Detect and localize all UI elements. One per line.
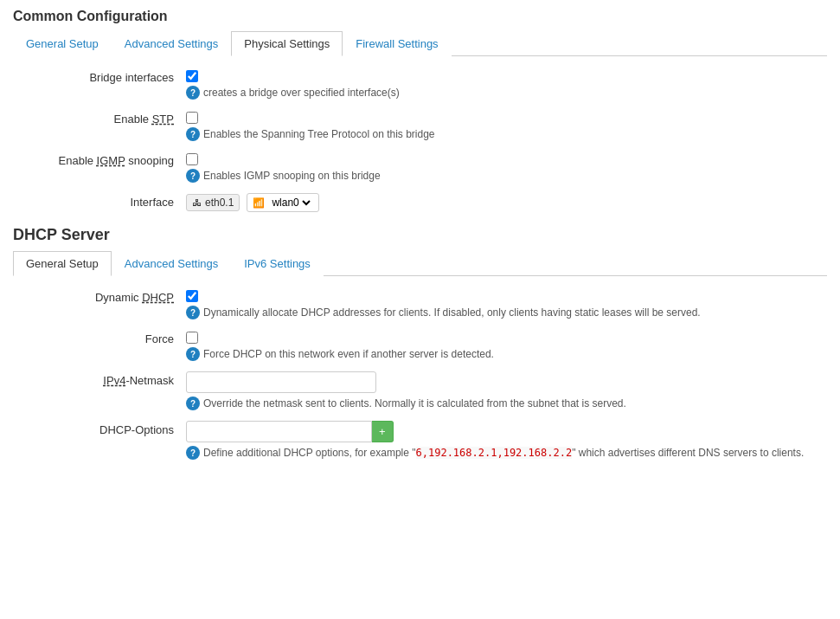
force-help: ? Force DHCP on this network even if ano… <box>186 347 827 361</box>
bridge-interfaces-help: ? creates a bridge over specified interf… <box>186 86 827 100</box>
bridge-interfaces-checkbox[interactable] <box>186 70 198 82</box>
wlan-select[interactable]: wlan0 <box>268 196 313 210</box>
dhcp-options-help-icon: ? <box>186 446 200 460</box>
dhcp-tab-ipv6-settings[interactable]: IPv6 Settings <box>231 251 324 276</box>
dynamic-dhcp-checkbox[interactable] <box>186 290 198 302</box>
dynamic-dhcp-help: ? Dynamically allocate DHCP addresses fo… <box>186 306 827 319</box>
ipv4-netmask-label: IPv4-Netmask <box>13 371 186 387</box>
ipv4-netmask-control: ? Override the netmask sent to clients. … <box>186 371 827 410</box>
dhcp-server-tabs: General Setup Advanced Settings IPv6 Set… <box>13 251 827 276</box>
enable-igmp-help-icon: ? <box>186 169 200 183</box>
enable-stp-help-icon: ? <box>186 127 200 141</box>
force-control: ? Force DHCP on this network even if ano… <box>186 330 827 361</box>
interface-row: Interface 🖧 eth0.1 📶 wlan0 <box>13 193 827 212</box>
dynamic-dhcp-row: Dynamic DHCP ? Dynamically allocate DHCP… <box>13 288 827 319</box>
dhcp-tab-general-setup[interactable]: General Setup <box>13 251 112 276</box>
enable-stp-control: ? Enables the Spanning Tree Protocol on … <box>186 110 827 141</box>
dhcp-tab-advanced-settings[interactable]: Advanced Settings <box>112 251 231 276</box>
tab-firewall-settings[interactable]: Firewall Settings <box>343 31 451 56</box>
tab-physical-settings[interactable]: Physical Settings <box>231 31 343 56</box>
tab-advanced-settings[interactable]: Advanced Settings <box>112 31 231 56</box>
dhcp-options-help: ? Define additional DHCP options, for ex… <box>186 446 827 460</box>
dhcp-options-control: + ? Define additional DHCP options, for … <box>186 421 827 460</box>
eth-icon: 🖧 <box>192 197 202 208</box>
bridge-interfaces-label: Bridge interfaces <box>13 68 186 84</box>
dhcp-options-input-group: + <box>186 421 827 442</box>
ipv4-netmask-help-icon: ? <box>186 397 200 410</box>
dynamic-dhcp-help-icon: ? <box>186 306 200 319</box>
common-config-title: Common Configuration <box>13 9 827 24</box>
enable-igmp-row: Enable IGMP snooping ? Enables IGMP snoo… <box>13 152 827 183</box>
bridge-interfaces-row: Bridge interfaces ? creates a bridge ove… <box>13 68 827 100</box>
force-checkbox[interactable] <box>186 332 198 344</box>
ipv4-netmask-input[interactable] <box>186 371 376 393</box>
force-row: Force ? Force DHCP on this network even … <box>13 330 827 361</box>
interface-tags: 🖧 eth0.1 📶 wlan0 <box>186 193 827 212</box>
wlan-select-container[interactable]: 📶 wlan0 <box>247 193 319 212</box>
dhcp-options-add-button[interactable]: + <box>372 421 394 442</box>
enable-igmp-checkbox[interactable] <box>186 153 198 165</box>
common-config-tabs: General Setup Advanced Settings Physical… <box>13 31 827 56</box>
force-help-icon: ? <box>186 347 200 361</box>
dynamic-dhcp-label: Dynamic DHCP <box>13 288 186 304</box>
enable-stp-help: ? Enables the Spanning Tree Protocol on … <box>186 127 827 141</box>
force-label: Force <box>13 330 186 345</box>
enable-igmp-control: ? Enables IGMP snooping on this bridge <box>186 152 827 183</box>
wifi-icon: 📶 <box>253 197 265 209</box>
enable-igmp-help: ? Enables IGMP snooping on this bridge <box>186 169 827 183</box>
enable-stp-row: Enable STP ? Enables the Spanning Tree P… <box>13 110 827 141</box>
dhcp-options-input[interactable] <box>186 421 372 442</box>
interface-label: Interface <box>13 193 186 209</box>
bridge-interfaces-help-icon: ? <box>186 86 200 100</box>
dhcp-options-row: DHCP-Options + ? Define additional DHCP … <box>13 421 827 460</box>
enable-igmp-label: Enable IGMP snooping <box>13 152 186 167</box>
tab-general-setup[interactable]: General Setup <box>13 31 112 56</box>
enable-stp-label: Enable STP <box>13 110 186 126</box>
dynamic-dhcp-control: ? Dynamically allocate DHCP addresses fo… <box>186 288 827 319</box>
ipv4-netmask-row: IPv4-Netmask ? Override the netmask sent… <box>13 371 827 410</box>
bridge-interfaces-control: ? creates a bridge over specified interf… <box>186 68 827 100</box>
dhcp-options-label: DHCP-Options <box>13 421 186 436</box>
ipv4-netmask-help: ? Override the netmask sent to clients. … <box>186 397 827 410</box>
dhcp-server-title: DHCP Server <box>13 226 827 244</box>
interface-control: 🖧 eth0.1 📶 wlan0 <box>186 193 827 212</box>
eth-tag: 🖧 eth0.1 <box>186 194 240 211</box>
enable-stp-checkbox[interactable] <box>186 112 198 124</box>
